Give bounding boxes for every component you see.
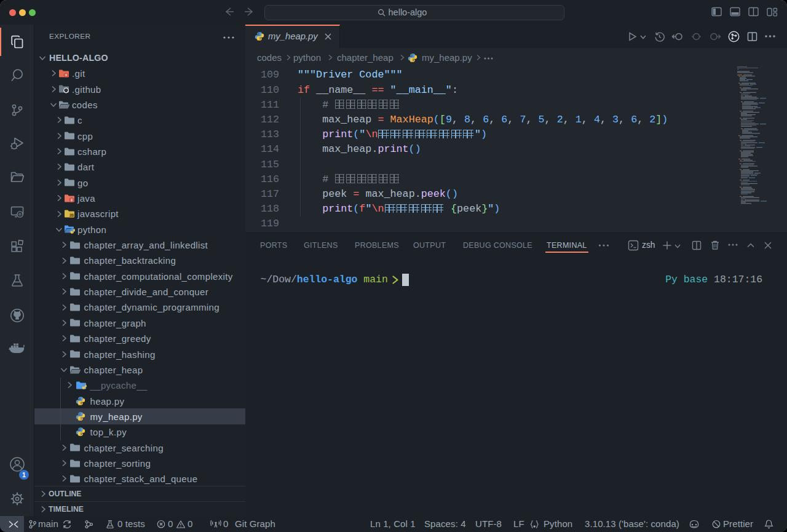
svg-text:JS: JS [69,213,74,217]
